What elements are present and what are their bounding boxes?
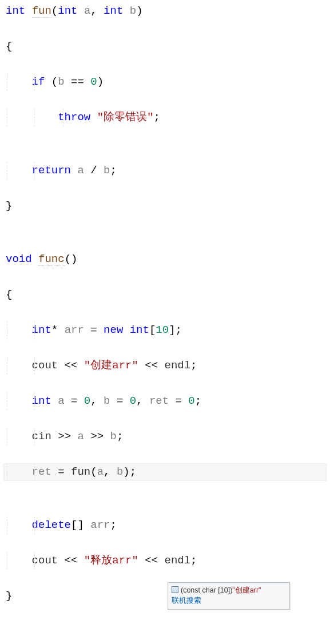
ident-a: a	[58, 395, 64, 407]
type-int: int	[130, 324, 149, 336]
ident-endl: endl	[164, 554, 190, 567]
ident-endl: endl	[164, 359, 190, 372]
ident-b: b	[117, 466, 123, 478]
ident-b: b	[104, 395, 110, 407]
op-eq: ==	[71, 75, 84, 88]
hover-tooltip: (const char [10])"创建arr" 联机搜索	[168, 582, 290, 610]
keyword-new: new	[104, 324, 123, 336]
param-type: int	[58, 5, 77, 17]
ident-cout: cout	[32, 554, 58, 567]
tooltip-search-link[interactable]: 联机搜索	[172, 597, 201, 605]
param-b: b	[130, 5, 136, 17]
ident-ret: ret	[149, 395, 169, 407]
call-fun: fun	[71, 466, 90, 478]
string-literal: "创建arr"	[84, 359, 138, 372]
tooltip-type: (const char [10])	[181, 586, 232, 594]
code-block: int fun(int a, int b) { if (b == 0) thro…	[3, 2, 327, 644]
ident-a: a	[97, 466, 104, 478]
ident-a: a	[77, 164, 84, 177]
num-0: 0	[130, 395, 136, 407]
num-0: 0	[90, 75, 97, 88]
param-a: a	[84, 5, 90, 17]
fn-fun: fun	[32, 5, 51, 18]
ident-arr: arr	[90, 519, 110, 531]
keyword-delete: delete	[32, 519, 71, 531]
keyword-void: void	[6, 253, 32, 265]
fn-func: func	[38, 253, 65, 266]
ident-a: a	[77, 430, 84, 443]
struct-icon	[172, 586, 178, 593]
tooltip-value: "创建arr"	[232, 586, 261, 594]
ident-b: b	[58, 75, 64, 88]
ident-b: b	[104, 164, 110, 177]
num-0: 0	[84, 395, 90, 407]
num-10: 10	[156, 324, 169, 336]
ident-arr: arr	[65, 324, 84, 336]
ident-cout: cout	[32, 359, 58, 372]
num-0: 0	[188, 395, 194, 407]
ident-b: b	[110, 430, 116, 443]
string-literal: "释放arr"	[84, 554, 138, 567]
op-div: /	[90, 164, 97, 177]
keyword-int: int	[6, 5, 25, 17]
keyword-return: return	[32, 164, 71, 177]
param-type: int	[104, 5, 123, 17]
string-literal: "除零错误"	[97, 111, 154, 124]
